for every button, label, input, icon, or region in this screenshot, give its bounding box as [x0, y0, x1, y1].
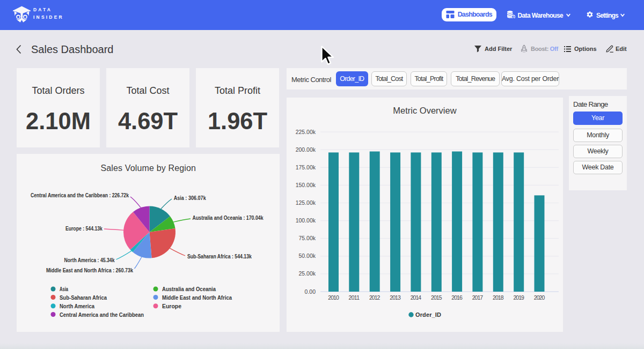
svg-text:100.00k: 100.00k [296, 217, 316, 224]
svg-text:150.00k: 150.00k [296, 182, 316, 188]
svg-text:175.00k: 175.00k [296, 164, 316, 170]
svg-text:North America: North America [60, 303, 95, 309]
svg-text:2010: 2010 [328, 294, 339, 301]
svg-text:Asia : 306.07k: Asia : 306.07k [174, 195, 207, 201]
svg-text:Sub-Saharan Africa : 544.13k: Sub-Saharan Africa : 544.13k [187, 253, 252, 259]
svg-text:2020: 2020 [534, 294, 545, 301]
svg-text:2014: 2014 [411, 294, 422, 301]
svg-text:225.00k: 225.00k [296, 129, 316, 135]
svg-text:2012: 2012 [369, 294, 380, 301]
svg-text:2019: 2019 [513, 294, 524, 301]
svg-text:25.00k: 25.00k [298, 270, 316, 277]
svg-text:2018: 2018 [493, 294, 504, 301]
svg-text:2011: 2011 [349, 294, 360, 301]
svg-text:Asia: Asia [60, 286, 69, 292]
svg-text:North America : 45.34k: North America : 45.34k [64, 257, 115, 263]
svg-text:Europe: Europe [162, 303, 181, 309]
svg-text:Middle East and North Africa :: Middle East and North Africa : 260.73k [46, 267, 134, 273]
svg-text:125.00k: 125.00k [296, 199, 316, 206]
svg-text:50.00k: 50.00k [298, 253, 316, 259]
svg-text:Europe : 544.13k: Europe : 544.13k [65, 225, 103, 232]
svg-text:75.00k: 75.00k [298, 235, 316, 241]
svg-text:Order_ID: Order_ID [415, 311, 441, 318]
svg-text:Sales Volume by Region: Sales Volume by Region [101, 164, 196, 173]
svg-text:2017: 2017 [472, 294, 484, 301]
svg-text:200.00k: 200.00k [296, 146, 316, 153]
svg-text:Metric Overview: Metric Overview [393, 106, 456, 115]
svg-text:0.00: 0.00 [305, 288, 316, 295]
svg-text:Sub-Saharan Africa: Sub-Saharan Africa [60, 294, 107, 301]
svg-text:2016: 2016 [451, 294, 463, 301]
svg-text:Australia and Oceania : 170.04: Australia and Oceania : 170.04k [193, 214, 264, 221]
svg-text:2013: 2013 [390, 294, 401, 301]
svg-text:Middle East and North Africa: Middle East and North Africa [162, 294, 232, 301]
svg-text:2015: 2015 [431, 294, 442, 301]
svg-text:Central America and the Caribb: Central America and the Caribbean [60, 311, 144, 318]
svg-text:Australia and Oceania: Australia and Oceania [162, 286, 216, 292]
svg-text:Central America and the Caribb: Central America and the Caribbean : 226.… [31, 192, 129, 198]
